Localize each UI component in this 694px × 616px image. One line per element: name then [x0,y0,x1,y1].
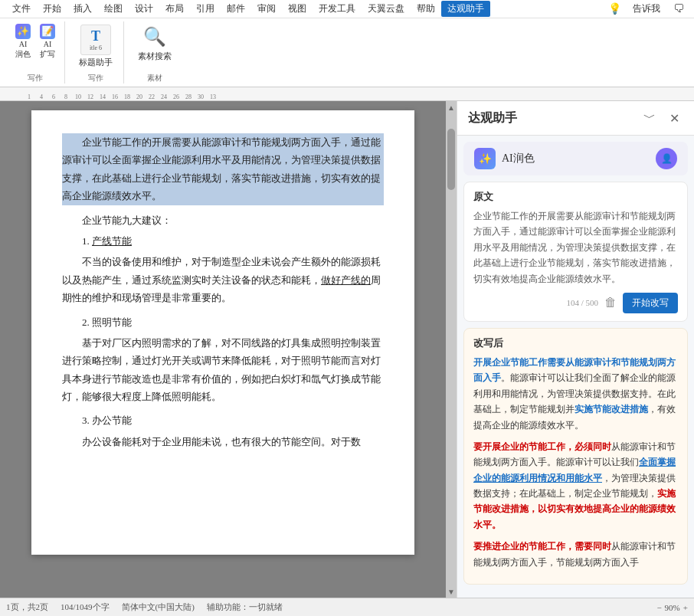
delete-button[interactable]: 🗑 [604,296,617,310]
ai-expand-label2: 扩写 [40,49,55,60]
material-search-label: 素材搜索 [138,51,172,62]
ribbon-group-title: T itle 6 标题助手 写作 [68,21,124,84]
ruler-mark-26: 26 [170,93,182,100]
vertical-scrollbar[interactable]: ▲ ▼ [446,101,457,598]
rewrite-para-3: 要推进企业的节能工作，需要同时从能源审计和节能规划两方面入手，节能规划两方面入手 [473,539,678,570]
menu-insert[interactable]: 插入 [67,1,98,17]
status-lang: 简体中文(中国大陆) [122,601,195,613]
doc-item3-body: 办公设备能耗对于企业用能未说，也有很大的节能空间。对于数 [62,433,384,451]
menu-ref[interactable]: 引用 [190,1,221,17]
menu-tellme[interactable]: 告诉我 [627,1,666,17]
item2-number: 2. [82,316,90,328]
start-rewrite-button[interactable]: 开始改写 [623,293,678,313]
menu-file[interactable]: 文件 [6,1,37,17]
statusbar: 1页，共2页 104/1049个字 简体中文(中国大陆) 辅助功能：一切就绪 −… [0,598,694,616]
original-label: 原文 [473,190,678,204]
doc-item1-body: 不当的设备使用和维护，对于制造型企业未说会产生额外的能源损耗以及热能产生，通过系… [62,253,384,306]
title-group-label: 写作 [88,73,103,84]
ruler: 1 4 6 8 10 12 14 16 18 20 22 24 26 28 30… [0,87,694,101]
ai-polish-button[interactable]: ✨ AI 润色 [12,21,34,62]
item2-title: 照明节能 [92,316,132,328]
ruler-mark-6: 6 [47,93,60,100]
menu-devtools[interactable]: 开发工具 [313,1,362,17]
ruler-mark-1: 1 [23,93,35,100]
item3-number: 3. [82,414,90,426]
ai-expand-label: AI [44,40,52,48]
minimize-icon[interactable]: ﹀ [640,109,659,127]
zoom-in-button[interactable]: + [683,603,688,612]
item1-number: 1. [82,235,90,247]
menu-mail[interactable]: 邮件 [221,1,251,17]
status-page-info: 1页，共2页 [6,601,48,613]
menubar: 文件 开始 插入 绘图 设计 布局 引用 邮件 审阅 视图 开发工具 天翼云盘 … [0,0,694,18]
ai-section-icon: ✨ [474,148,496,169]
ruler-mark-16: 16 [109,93,121,100]
ruler-mark-8: 8 [60,93,72,100]
doc-scroll[interactable]: 企业节能工作的开展需要从能源审计和节能规划两方面入手，通过能源审计可以全面掌握企… [0,101,446,598]
ruler-mark-13: 13 [207,93,219,100]
doc-selected-para: 企业节能工作的开展需要从能源审计和节能规划两方面入手，通过能源审计可以全面掌握企… [62,133,384,205]
ruler-mark-20: 20 [133,93,146,100]
ai-polish-icon: ✨ [15,24,31,39]
material-group-label: 素材 [147,73,162,84]
rewrite-para-2: 要开展企业的节能工作，必须同时从能源审计和节能规划两方面入手。能源审计可以让我们… [473,439,678,532]
ai-buttons-row: ✨ AI 润色 📝 AI 扩写 [12,21,58,62]
comment-icon[interactable]: 🗨 [669,2,688,17]
scrollbar-thumb[interactable] [447,129,455,190]
ribbon-group-ai: ✨ AI 润色 📝 AI 扩写 写作 [6,21,65,84]
word-count: 104 / 500 [566,298,598,307]
ruler-mark-12: 12 [84,93,97,100]
menu-review[interactable]: 审阅 [251,1,282,17]
item3-title: 办公节能 [92,414,132,426]
menu-cloud[interactable]: 天翼云盘 [362,1,411,17]
rewrite-para-1: 开展企业节能工作需要从能源审计和节能规划两方面入手。能源审计可以让我们全面了解企… [473,355,678,433]
close-icon[interactable]: ✕ [665,109,683,127]
ai-expand-button[interactable]: 📝 AI 扩写 [37,21,58,62]
menu-help[interactable]: 帮助 [411,1,441,17]
ruler-mark-24: 24 [158,93,170,100]
menu-view[interactable]: 视图 [282,1,313,17]
material-search-button[interactable]: 🔍 素材搜索 [133,21,176,65]
rewrite-p2-red1: 要开展企业的节能工作，必须同时 [473,441,611,452]
ruler-mark-14: 14 [97,93,109,100]
scrollbar-down-button[interactable]: ▼ [447,585,455,598]
item1-title: 产线节能 [92,235,132,247]
title-helper-label: 标题助手 [79,57,113,68]
zoom-out-button[interactable]: − [656,603,661,612]
title-sub: itle 6 [90,44,102,51]
menu-daguan[interactable]: 达观助手 [441,1,490,17]
zoom-control[interactable]: − 90% + [656,603,688,612]
ruler-marks: 1 4 6 8 10 12 14 16 18 20 22 24 26 28 30… [23,87,219,100]
doc-item1-num: 1. 产线节能 [62,232,384,250]
material-search-icon: 🔍 [142,25,167,49]
doc-item3-num: 3. 办公节能 [62,411,384,429]
rewrite-section: 改写后 开展企业节能工作需要从能源审计和节能规划两方面入手。能源审计可以让我们全… [463,328,688,585]
main-area: 企业节能工作的开展需要从能源审计和节能规划两方面入手，通过能源审计可以全面掌握企… [0,101,694,598]
right-panel: 达观助手 ﹀ ✕ ✨ AI润色 👤 原文 企业节能工作的开展需要从能源审计和节能… [457,101,694,598]
ai-polish-label: AI [19,40,28,48]
lightbulb-icon[interactable]: 💡 [605,2,624,17]
menu-draw[interactable]: 绘图 [98,1,129,17]
menu-layout[interactable]: 布局 [159,1,190,17]
ai-section-label: AI润色 [502,152,535,165]
title-icon: T itle 6 [80,25,111,55]
original-text: 企业节能工作的开展需要从能源审计和节能规划两方面入手，通过能源审计可以全面掌握企… [473,208,678,287]
panel-header-icons: ﹀ ✕ [640,109,683,127]
doc-item2-num: 2. 照明节能 [62,313,384,331]
title-big-t: T [91,28,100,44]
ruler-mark-28: 28 [182,93,195,100]
scrollbar-up-button[interactable]: ▲ [447,101,455,113]
doc-heading-jiuda: 企业节能九大建议： [62,211,384,229]
menu-design[interactable]: 设计 [129,1,159,17]
title-helper-button[interactable]: T itle 6 标题助手 [74,21,117,71]
rewrite-p3-red1: 要推进企业的节能工作，需要同时 [473,541,611,552]
panel-header: 达观助手 ﹀ ✕ [457,101,694,136]
rewrite-p1-highlight2: 实施节能改进措施 [575,404,648,414]
status-a11y: 辅助功能：一切就绪 [207,601,283,613]
ribbon-group-material: 🔍 素材搜索 素材 [127,21,182,84]
ai-polish-label2: 润色 [15,49,31,60]
menu-start[interactable]: 开始 [37,1,67,17]
item1-link: 做好产线的 [321,274,371,286]
original-section: 原文 企业节能工作的开展需要从能源审计和节能规划两方面入手，通过能源审计可以全面… [463,182,688,322]
ai-polish-section[interactable]: ✨ AI润色 👤 [463,142,688,175]
